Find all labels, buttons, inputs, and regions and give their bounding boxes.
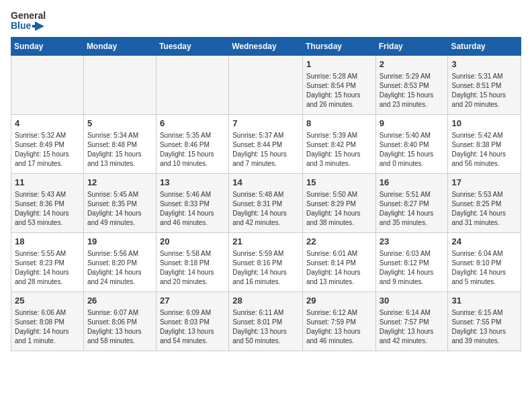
cell-week4-day6: 24Sunrise: 6:04 AM Sunset: 8:10 PM Dayli… [448,232,521,291]
day-number: 17 [451,177,517,189]
cell-week3-day0: 11Sunrise: 5:43 AM Sunset: 8:36 PM Dayli… [11,173,84,232]
day-number: 10 [451,118,517,130]
cell-week5-day3: 28Sunrise: 6:11 AM Sunset: 8:01 PM Dayli… [229,291,303,351]
cell-week3-day1: 12Sunrise: 5:45 AM Sunset: 8:35 PM Dayli… [83,173,156,232]
week-row-1: 1Sunrise: 5:28 AM Sunset: 8:54 PM Daylig… [11,55,521,114]
cell-week5-day6: 31Sunrise: 6:15 AM Sunset: 7:55 PM Dayli… [448,291,521,351]
cell-content: Sunrise: 5:29 AM Sunset: 8:53 PM Dayligh… [380,72,445,109]
cell-content: Sunrise: 5:28 AM Sunset: 8:54 PM Dayligh… [306,72,372,109]
cell-content: Sunrise: 6:09 AM Sunset: 8:03 PM Dayligh… [160,308,225,346]
cell-content: Sunrise: 6:01 AM Sunset: 8:14 PM Dayligh… [306,249,372,287]
day-number: 24 [451,236,517,248]
cell-week3-day5: 16Sunrise: 5:51 AM Sunset: 8:27 PM Dayli… [375,173,448,232]
header-sunday: Sunday [11,37,84,55]
day-number: 2 [380,58,445,71]
cell-week1-day1 [83,55,156,114]
cell-week5-day5: 30Sunrise: 6:14 AM Sunset: 7:57 PM Dayli… [375,291,448,351]
cell-week3-day3: 14Sunrise: 5:48 AM Sunset: 8:31 PM Dayli… [229,173,303,232]
cell-week5-day4: 29Sunrise: 6:12 AM Sunset: 7:59 PM Dayli… [302,291,375,351]
day-number: 21 [232,236,299,248]
cell-week2-day3: 7Sunrise: 5:37 AM Sunset: 8:44 PM Daylig… [229,114,303,173]
day-number: 31 [451,295,517,307]
cell-week3-day6: 17Sunrise: 5:53 AM Sunset: 8:25 PM Dayli… [448,173,521,232]
header-row: SundayMondayTuesdayWednesdayThursdayFrid… [11,37,521,55]
day-number: 11 [15,177,80,189]
header-friday: Friday [375,37,448,55]
week-row-3: 11Sunrise: 5:43 AM Sunset: 8:36 PM Dayli… [11,173,521,232]
day-number: 26 [87,295,152,307]
logo-text: General Blue [11,11,46,32]
cell-content: Sunrise: 5:40 AM Sunset: 8:40 PM Dayligh… [380,131,445,169]
cell-content: Sunrise: 6:15 AM Sunset: 7:55 PM Dayligh… [451,308,517,346]
day-number: 14 [232,177,299,189]
cell-content: Sunrise: 5:48 AM Sunset: 8:31 PM Dayligh… [232,190,299,228]
cell-content: Sunrise: 6:11 AM Sunset: 8:01 PM Dayligh… [232,308,299,346]
cell-week4-day5: 23Sunrise: 6:03 AM Sunset: 8:12 PM Dayli… [375,232,448,291]
cell-week4-day0: 18Sunrise: 5:55 AM Sunset: 8:23 PM Dayli… [11,232,84,291]
cell-content: Sunrise: 6:07 AM Sunset: 8:06 PM Dayligh… [87,308,152,346]
week-row-5: 25Sunrise: 6:06 AM Sunset: 8:08 PM Dayli… [11,291,521,351]
day-number: 6 [160,118,225,130]
cell-week2-day2: 6Sunrise: 5:35 AM Sunset: 8:46 PM Daylig… [156,114,228,173]
day-number: 23 [380,236,445,248]
day-number: 5 [87,118,152,130]
week-row-4: 18Sunrise: 5:55 AM Sunset: 8:23 PM Dayli… [11,232,521,291]
cell-content: Sunrise: 5:45 AM Sunset: 8:35 PM Dayligh… [87,190,152,228]
cell-week1-day0 [11,55,84,114]
cell-week3-day2: 13Sunrise: 5:46 AM Sunset: 8:33 PM Dayli… [156,173,228,232]
cell-content: Sunrise: 5:51 AM Sunset: 8:27 PM Dayligh… [380,190,445,228]
cell-content: Sunrise: 5:59 AM Sunset: 8:16 PM Dayligh… [232,249,299,287]
header-monday: Monday [83,37,156,55]
header-saturday: Saturday [448,37,521,55]
cell-week4-day3: 21Sunrise: 5:59 AM Sunset: 8:16 PM Dayli… [229,232,303,291]
day-number: 30 [380,295,445,307]
header: General Blue [11,11,521,32]
cell-week3-day4: 15Sunrise: 5:50 AM Sunset: 8:29 PM Dayli… [302,173,375,232]
cell-week5-day1: 26Sunrise: 6:07 AM Sunset: 8:06 PM Dayli… [83,291,156,351]
cell-content: Sunrise: 5:42 AM Sunset: 8:38 PM Dayligh… [451,131,517,169]
day-number: 29 [306,295,372,307]
day-number: 20 [160,236,225,248]
cell-content: Sunrise: 5:53 AM Sunset: 8:25 PM Dayligh… [451,190,517,228]
day-number: 1 [306,58,372,71]
logo-arrow-icon [32,21,44,31]
cell-content: Sunrise: 6:03 AM Sunset: 8:12 PM Dayligh… [380,249,445,287]
cell-content: Sunrise: 6:06 AM Sunset: 8:08 PM Dayligh… [15,308,80,346]
calendar-table: SundayMondayTuesdayWednesdayThursdayFrid… [11,37,521,351]
cell-week2-day0: 4Sunrise: 5:32 AM Sunset: 8:49 PM Daylig… [11,114,84,173]
cell-content: Sunrise: 5:39 AM Sunset: 8:42 PM Dayligh… [306,131,372,169]
cell-week1-day5: 2Sunrise: 5:29 AM Sunset: 8:53 PM Daylig… [375,55,448,114]
cell-week1-day6: 3Sunrise: 5:31 AM Sunset: 8:51 PM Daylig… [448,55,521,114]
cell-week1-day4: 1Sunrise: 5:28 AM Sunset: 8:54 PM Daylig… [302,55,375,114]
cell-content: Sunrise: 5:58 AM Sunset: 8:18 PM Dayligh… [160,249,225,287]
cell-content: Sunrise: 6:12 AM Sunset: 7:59 PM Dayligh… [306,308,372,346]
cell-content: Sunrise: 5:55 AM Sunset: 8:23 PM Dayligh… [15,249,80,287]
cell-content: Sunrise: 5:34 AM Sunset: 8:48 PM Dayligh… [87,131,152,169]
week-row-2: 4Sunrise: 5:32 AM Sunset: 8:49 PM Daylig… [11,114,521,173]
cell-week2-day6: 10Sunrise: 5:42 AM Sunset: 8:38 PM Dayli… [448,114,521,173]
svg-marker-0 [32,21,44,31]
day-number: 3 [451,58,517,71]
cell-content: Sunrise: 5:50 AM Sunset: 8:29 PM Dayligh… [306,190,372,228]
day-number: 4 [15,118,80,130]
day-number: 28 [232,295,299,307]
cell-week2-day4: 8Sunrise: 5:39 AM Sunset: 8:42 PM Daylig… [302,114,375,173]
day-number: 16 [380,177,445,189]
cell-content: Sunrise: 5:43 AM Sunset: 8:36 PM Dayligh… [15,190,80,228]
cell-week1-day2 [156,55,228,114]
day-number: 15 [306,177,372,189]
cell-week1-day3 [229,55,303,114]
cell-content: Sunrise: 6:14 AM Sunset: 7:57 PM Dayligh… [380,308,445,346]
cell-week4-day1: 19Sunrise: 5:56 AM Sunset: 8:20 PM Dayli… [83,232,156,291]
cell-content: Sunrise: 5:35 AM Sunset: 8:46 PM Dayligh… [160,131,225,169]
header-wednesday: Wednesday [229,37,303,55]
cell-content: Sunrise: 5:37 AM Sunset: 8:44 PM Dayligh… [232,131,299,169]
day-number: 22 [306,236,372,248]
cell-week5-day0: 25Sunrise: 6:06 AM Sunset: 8:08 PM Dayli… [11,291,84,351]
header-tuesday: Tuesday [156,37,228,55]
day-number: 25 [15,295,80,307]
day-number: 19 [87,236,152,248]
day-number: 18 [15,236,80,248]
cell-week4-day4: 22Sunrise: 6:01 AM Sunset: 8:14 PM Dayli… [302,232,375,291]
cell-week2-day5: 9Sunrise: 5:40 AM Sunset: 8:40 PM Daylig… [375,114,448,173]
